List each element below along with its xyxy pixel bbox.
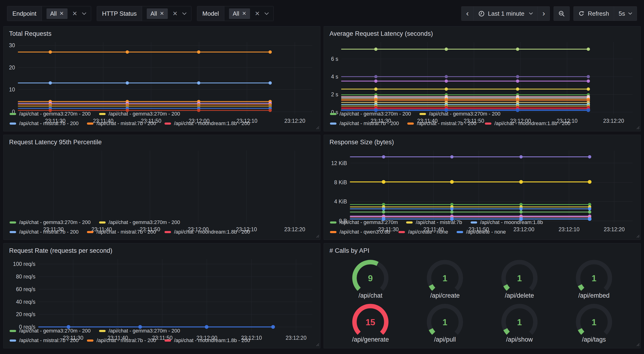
chip-remove-icon[interactable]: ✕	[160, 11, 164, 17]
gauge-api-show: 1/api/show	[482, 300, 557, 344]
panel-title-average-request-latency[interactable]: Average Request Latency (seconds)	[330, 30, 635, 38]
legend-item[interactable]: /api/chat - gemma3:270m - 200	[10, 111, 91, 117]
legend-item[interactable]: /api/chat - mistral:7b - 200	[87, 337, 156, 343]
gauge-label: /api/generate	[352, 336, 389, 343]
time-shift-forward-button[interactable]: ›	[538, 7, 550, 21]
legend-row: /api/chat - gemma3:270m - 200/api/chat -…	[10, 111, 314, 117]
legend-item[interactable]: /api/chat - moondream:1.8b - 200	[164, 120, 250, 127]
legend-item[interactable]: /api/chat - moondream:1.8b - 200	[485, 120, 570, 127]
panel-average-request-latency: Average Request Latency (seconds) 23:11:…	[324, 26, 641, 131]
chevron-down-icon[interactable]	[264, 13, 269, 15]
chip-remove-icon[interactable]: ✕	[59, 11, 64, 17]
gauge-value: 9	[368, 273, 373, 283]
series-color-chip	[10, 231, 16, 233]
legend-item[interactable]: /api/chat - mistral:7b - 200	[10, 337, 78, 343]
legend-label: /api/chat - qwen3:0.6b	[340, 229, 390, 235]
legend-item[interactable]: /api/delete - none	[456, 229, 506, 235]
time-zoom-out-button[interactable]	[554, 7, 570, 21]
legend-item[interactable]: /api/chat - mistral:7b - 200	[87, 229, 156, 235]
legend-item[interactable]: /api/chat - gemma3:270m - 200	[330, 111, 411, 117]
panel-title-calls-by-api[interactable]: # Calls by API	[330, 247, 635, 254]
legend-item[interactable]: /api/create - none	[398, 229, 448, 235]
total-requests-chart[interactable]: 23:11:3023:11:4023:11:5023:12:0023:12:10…	[5, 38, 318, 110]
filter-model-value[interactable]: All ✕ ✕	[224, 6, 274, 21]
legend-item[interactable]: /api/chat - gemma3:270m - 200	[420, 111, 500, 117]
clear-selection-icon[interactable]: ✕	[72, 10, 77, 17]
series-color-chip	[164, 123, 171, 125]
panel-resize-handle[interactable]	[316, 343, 320, 347]
chevron-down-icon[interactable]	[182, 13, 186, 15]
legend-item[interactable]: /api/chat - gemma3:270m - 200	[10, 219, 91, 225]
svg-text:4 KiB: 4 KiB	[334, 198, 347, 205]
panel-resize-handle[interactable]	[636, 126, 640, 131]
panel-title-total-requests[interactable]: Total Requests	[9, 30, 314, 38]
panel-resize-handle[interactable]	[636, 234, 640, 239]
filter-http-status-value[interactable]: All ✕ ✕	[142, 6, 191, 21]
svg-text:12 KiB: 12 KiB	[331, 160, 347, 166]
clock-icon	[478, 11, 485, 17]
chip-remove-icon[interactable]: ✕	[242, 11, 246, 17]
panel-resize-handle[interactable]	[316, 234, 320, 239]
svg-text:60 req/s: 60 req/s	[16, 286, 35, 292]
legend-item[interactable]: /api/chat - gemma3:270m	[330, 219, 398, 225]
filter-label: HTTP Status	[97, 6, 142, 21]
series-color-chip	[330, 221, 336, 223]
gauge-arc: 1	[495, 301, 544, 335]
refresh-icon	[578, 11, 584, 17]
request-rate-chart[interactable]: 23:11:3023:11:4023:11:5023:12:0023:12:10…	[5, 255, 318, 327]
legend-item[interactable]: /api/chat - mistral:7b - 200	[10, 229, 78, 235]
panel-title-request-rate[interactable]: Request Rate (requests per second)	[9, 247, 314, 254]
legend-row: /api/chat - qwen3:0.6b/api/create - none…	[330, 229, 634, 235]
average-request-latency-chart[interactable]: 23:11:3023:11:4023:11:5023:12:0023:12:10…	[326, 38, 639, 110]
legend-item[interactable]: /api/chat - moondream:1.8b - 200	[164, 229, 250, 235]
panel-resize-handle[interactable]	[316, 126, 320, 131]
filter-endpoint-value[interactable]: All ✕ ✕	[42, 6, 91, 21]
panel-calls-by-api: # Calls by API 9/api/chat1/api/create1/a…	[324, 243, 641, 348]
total-requests-legend: /api/chat - gemma3:270m - 200/api/chat -…	[4, 110, 320, 129]
legend-item[interactable]: /api/chat - gemma3:270m - 200	[10, 328, 91, 334]
refresh-button[interactable]: Refresh	[574, 7, 614, 21]
legend-label: /api/chat - gemma3:270m	[340, 219, 398, 225]
legend-item[interactable]: /api/chat - gemma3:270m - 200	[99, 111, 180, 117]
refresh-interval-button[interactable]: 5s	[614, 7, 637, 21]
legend-label: /api/chat - gemma3:270m - 200	[109, 111, 180, 117]
gauge-arc: 1	[495, 257, 544, 291]
gauge-label: /api/create	[430, 292, 460, 299]
clear-selection-icon[interactable]: ✕	[255, 10, 260, 17]
legend-item[interactable]: /api/chat - qwen3:0.6b	[330, 229, 390, 235]
panel-title-response-size[interactable]: Response Size (bytes)	[330, 139, 635, 146]
panel-resize-handle[interactable]	[636, 343, 640, 347]
legend-item[interactable]: /api/chat - moondream:1.8b	[470, 219, 543, 225]
chevron-right-icon: ›	[542, 9, 545, 18]
gauge-api-chat: 9/api/chat	[333, 256, 408, 300]
request-latency-p95-chart[interactable]: 23:11:3023:11:4023:11:5023:12:0023:12:10…	[5, 147, 318, 218]
time-range-picker-button[interactable]: Last 1 minute	[474, 7, 538, 21]
legend-item[interactable]: /api/chat - mistral:7b - 200	[407, 120, 476, 127]
legend-item[interactable]: /api/chat - gemma3:270m - 200	[99, 328, 180, 334]
series-color-chip	[470, 221, 477, 223]
filter-chip[interactable]: All ✕	[147, 9, 168, 19]
svg-text:20 req/s: 20 req/s	[16, 311, 35, 317]
series-color-chip	[10, 113, 16, 115]
gauge-arc: 15	[346, 301, 395, 335]
legend-item[interactable]: /api/chat - gemma3:270m - 200	[99, 219, 180, 225]
panel-title-request-latency-p95[interactable]: Request Latency 95th Percentile	[9, 139, 314, 146]
legend-item[interactable]: /api/chat - mistral:7b - 200	[87, 120, 156, 127]
legend-item[interactable]: /api/chat - mistral:7b - 200	[10, 120, 78, 127]
chevron-down-icon	[628, 13, 632, 15]
gauge-arc: 1	[420, 257, 470, 291]
filter-chip[interactable]: All ✕	[229, 9, 250, 19]
legend-item[interactable]: /api/chat - mistral:7b - 200	[330, 120, 399, 127]
legend-item[interactable]: /api/chat - mistral:7b	[406, 219, 462, 225]
clear-selection-icon[interactable]: ✕	[172, 10, 178, 17]
chevron-down-icon[interactable]	[82, 13, 86, 15]
response-size-chart[interactable]: 23:11:3023:11:4023:11:5023:12:0023:12:10…	[326, 147, 639, 218]
time-shift-back-button[interactable]: ‹	[462, 7, 474, 21]
filter-chip[interactable]: All ✕	[46, 9, 68, 19]
legend-row: /api/chat - gemma3:270m/api/chat - mistr…	[330, 219, 634, 225]
filter-chip-label: All	[50, 10, 57, 17]
series-color-chip	[406, 221, 413, 223]
legend-item[interactable]: /api/chat - moondream:1.8b - 200	[164, 337, 250, 343]
series-color-chip	[10, 221, 16, 223]
svg-text:4 s: 4 s	[331, 74, 338, 80]
